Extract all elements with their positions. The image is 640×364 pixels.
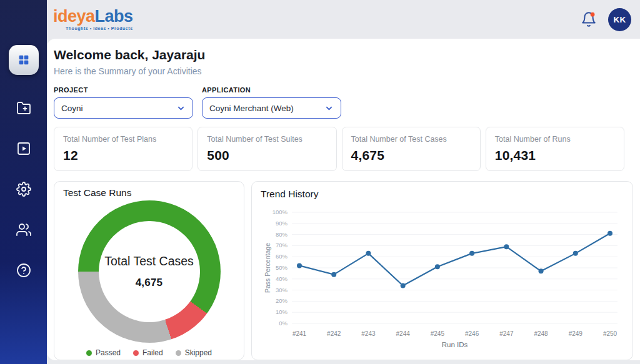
- logo-text: ideyaLabs: [53, 8, 133, 25]
- sidebar: [0, 0, 47, 364]
- legend-dot: [86, 350, 92, 356]
- svg-text:#243: #243: [361, 330, 376, 337]
- stat-label: Total Number of Test Plans: [63, 135, 183, 144]
- svg-text:#244: #244: [396, 330, 411, 337]
- legend-label: Passed: [96, 348, 121, 357]
- topbar-actions: KK: [580, 8, 631, 31]
- svg-text:#245: #245: [431, 330, 445, 337]
- stat-card-test-cases: Total Number of Test Cases 4,675: [342, 127, 481, 171]
- donut-legend: PassedFailedSkipped: [63, 348, 235, 357]
- svg-text:40%: 40%: [276, 275, 288, 282]
- stat-label: Total Number of Test Suites: [207, 135, 327, 144]
- svg-text:0%: 0%: [279, 320, 288, 327]
- svg-text:#249: #249: [569, 330, 583, 337]
- application-label: APPLICATION: [202, 86, 341, 94]
- page-subtitle: Here is the Summary of your Activities: [54, 66, 633, 76]
- svg-text:#248: #248: [534, 330, 548, 337]
- logo-tagline: Thoughts • Ideas • Products: [66, 26, 133, 31]
- users-icon: [16, 222, 31, 237]
- play-square-icon: [16, 141, 31, 156]
- project-select[interactable]: Coyni: [54, 97, 193, 119]
- folder-add-icon: [16, 101, 31, 116]
- logo-part-labs: Labs: [95, 7, 133, 26]
- svg-text:Run IDs: Run IDs: [442, 341, 468, 348]
- stat-card-test-plans: Total Number of Test Plans 12: [54, 127, 192, 171]
- application-select-value: Coyni Merchant (Web): [209, 104, 294, 113]
- svg-text:90%: 90%: [276, 220, 288, 227]
- svg-text:Pass Percentage: Pass Percentage: [264, 243, 271, 293]
- svg-text:10%: 10%: [276, 308, 288, 315]
- svg-text:#246: #246: [465, 330, 479, 337]
- donut-chart-title: Test Case Runs: [63, 187, 235, 199]
- svg-text:20%: 20%: [276, 297, 288, 304]
- chevron-down-icon: [176, 104, 186, 113]
- legend-item-passed[interactable]: Passed: [86, 348, 121, 357]
- stat-label: Total Number of Test Cases: [351, 135, 471, 144]
- donut-chart: Total Test Cases 4,675: [78, 200, 221, 343]
- legend-dot: [133, 350, 139, 356]
- legend-dot: [176, 350, 181, 356]
- sidebar-item-users[interactable]: [11, 222, 36, 237]
- topbar: ideyaLabs Thoughts • Ideas • Products KK: [47, 0, 640, 39]
- svg-text:70%: 70%: [276, 242, 288, 248]
- donut-center-value: 4,675: [136, 277, 163, 289]
- svg-text:#247: #247: [499, 330, 514, 337]
- bell-icon: [581, 11, 597, 27]
- main-area: ideyaLabs Thoughts • Ideas • Products KK…: [47, 0, 640, 364]
- logo-part-ideya: ideya: [53, 7, 95, 26]
- svg-text:#241: #241: [292, 330, 307, 337]
- svg-text:100%: 100%: [272, 209, 288, 215]
- dashboard-grid-icon: [17, 53, 31, 67]
- trend-chart-svg: 0%10%20%30%40%50%60%70%80%90%100%#241#24…: [261, 204, 625, 352]
- legend-label: Skipped: [185, 348, 212, 357]
- trend-history-card: Trend History 0%10%20%30%40%50%60%70%80%…: [251, 181, 633, 360]
- sidebar-item-help[interactable]: [11, 263, 36, 278]
- stat-card-test-suites: Total Number of Test Suites 500: [198, 127, 336, 171]
- svg-text:#242: #242: [327, 330, 341, 337]
- svg-text:50%: 50%: [276, 264, 288, 271]
- legend-item-failed[interactable]: Failed: [133, 348, 163, 357]
- project-label: PROJECT: [54, 86, 193, 94]
- donut-center: Total Test Cases 4,675: [99, 221, 200, 322]
- filters-row: PROJECT Coyni APPLICATION Coyni Merchant…: [54, 86, 633, 119]
- chevron-down-icon: [324, 104, 334, 113]
- help-circle-icon: [16, 263, 31, 278]
- app-root: ideyaLabs Thoughts • Ideas • Products KK…: [0, 0, 640, 364]
- ideyalabs-logo: ideyaLabs Thoughts • Ideas • Products: [53, 8, 133, 31]
- content-panel: Welcome back, Jayaraju Here is the Summa…: [47, 39, 640, 360]
- stats-row: Total Number of Test Plans 12 Total Numb…: [54, 127, 624, 171]
- svg-text:#250: #250: [603, 330, 618, 337]
- project-select-value: Coyni: [61, 104, 83, 113]
- application-filter: APPLICATION Coyni Merchant (Web): [202, 86, 341, 119]
- svg-text:60%: 60%: [276, 253, 288, 260]
- project-filter: PROJECT Coyni: [54, 86, 193, 119]
- stat-label: Total Number of Runs: [495, 135, 615, 144]
- test-case-runs-card: Test Case Runs Total Test Cases 4,675 Pa…: [54, 181, 244, 360]
- svg-text:30%: 30%: [276, 287, 288, 293]
- gear-icon: [16, 182, 31, 197]
- charts-row: Test Case Runs Total Test Cases 4,675 Pa…: [54, 181, 633, 360]
- stat-value: 500: [207, 148, 327, 163]
- donut-center-label: Total Test Cases: [104, 254, 194, 268]
- notification-badge-dot: [591, 12, 595, 17]
- stat-value: 12: [63, 148, 183, 163]
- sidebar-item-settings[interactable]: [11, 182, 36, 197]
- trend-chart-title: Trend History: [261, 189, 624, 200]
- legend-label: Failed: [142, 348, 163, 357]
- notification-bell-button[interactable]: [580, 11, 598, 28]
- legend-item-skipped[interactable]: Skipped: [176, 348, 212, 357]
- sidebar-item-projects[interactable]: [11, 101, 36, 116]
- application-select[interactable]: Coyni Merchant (Web): [202, 97, 341, 119]
- svg-text:80%: 80%: [276, 231, 288, 238]
- trend-line-chart: 0%10%20%30%40%50%60%70%80%90%100%#241#24…: [261, 204, 624, 355]
- stat-value: 4,675: [351, 148, 471, 163]
- user-avatar[interactable]: KK: [608, 8, 631, 31]
- page-title: Welcome back, Jayaraju: [54, 47, 633, 62]
- stat-value: 10,431: [495, 148, 615, 163]
- sidebar-item-test-runs[interactable]: [11, 141, 36, 156]
- sidebar-item-dashboard[interactable]: [9, 45, 39, 75]
- stat-card-runs: Total Number of Runs 10,431: [486, 127, 624, 171]
